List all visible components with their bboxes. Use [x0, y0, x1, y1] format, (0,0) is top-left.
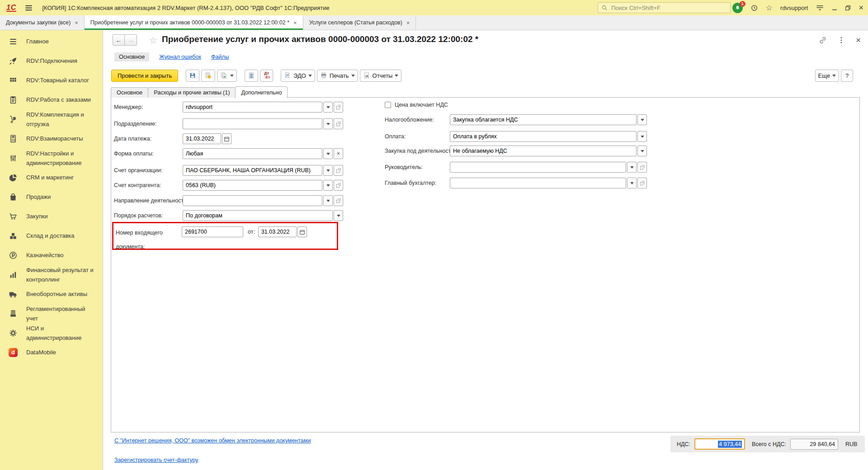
sidebar-item-main[interactable]: Главное [0, 32, 103, 51]
tab-purchase-documents[interactable]: Документы закупки (все) × [0, 15, 85, 30]
dt-kt-button[interactable]: ДтКт [260, 70, 273, 82]
post-and-close-button[interactable]: Провести и закрыть [111, 70, 178, 82]
back-button[interactable]: ← [113, 34, 125, 46]
restore-button[interactable] [845, 5, 851, 11]
payment-kind-input[interactable] [450, 131, 637, 142]
search-input[interactable] [610, 4, 727, 12]
sidebar-item-rdv-settings[interactable]: RDV:Настройки и администрирование [0, 148, 103, 168]
sidebar-item-sales[interactable]: Продажи [0, 187, 103, 207]
tab-current-document[interactable]: Приобретение услуг и прочих активов 0000… [85, 15, 303, 30]
tab-close-icon[interactable]: × [293, 19, 297, 26]
nav-main-chip[interactable]: Основное [114, 52, 149, 61]
price-includes-vat-checkbox[interactable] [385, 102, 391, 108]
calendar-icon[interactable] [297, 226, 307, 237]
sidebar-item-assets[interactable]: Внеоборотные активы [0, 284, 103, 304]
boxes-icon [0, 231, 26, 240]
sidebar-item-nsi-admin[interactable]: НСИ и администрирование [0, 323, 103, 343]
incoming-number-input[interactable] [182, 226, 243, 237]
open-button[interactable] [334, 118, 343, 129]
service-menu-icon[interactable] [816, 4, 824, 12]
dropdown-button[interactable] [323, 148, 333, 159]
sidebar-item-regulated[interactable]: Регламентированный учет [0, 304, 103, 323]
dropdown-button[interactable] [637, 131, 647, 142]
more-actions-icon[interactable]: ⋮ [838, 36, 845, 44]
open-button[interactable] [334, 165, 343, 176]
save-button[interactable] [186, 70, 199, 82]
head-input[interactable] [450, 162, 626, 173]
open-button[interactable] [637, 178, 647, 188]
open-button[interactable] [334, 180, 343, 191]
dropdown-button[interactable] [627, 178, 637, 188]
reports-button[interactable]: Отчеты [360, 70, 402, 82]
form-tab-additional[interactable]: Дополнительно [235, 86, 288, 98]
open-button[interactable] [334, 102, 343, 113]
dropdown-button[interactable] [334, 210, 343, 221]
payment-date-input[interactable] [183, 133, 221, 144]
clear-button[interactable]: × [334, 148, 343, 159]
post-document-button[interactable] [201, 70, 215, 82]
forward-button[interactable]: → [125, 34, 137, 46]
sidebar-item-rdv-shipping[interactable]: RDV:Комплектация и отгрузка [0, 109, 103, 129]
close-app-button[interactable]: × [859, 4, 863, 11]
dropdown-button[interactable] [637, 114, 647, 125]
main-menu-icon[interactable] [24, 4, 33, 12]
sidebar-item-treasury[interactable]: Казначейство [0, 245, 103, 265]
incoming-date-input[interactable] [258, 226, 297, 237]
journal-button[interactable] [245, 70, 258, 82]
current-username[interactable]: rdvsupport [780, 5, 808, 11]
settlement-order-input[interactable] [183, 210, 333, 221]
sidebar-item-crm[interactable]: CRM и маркетинг [0, 168, 103, 187]
purchase-activity-input[interactable] [450, 146, 637, 156]
dropdown-button[interactable] [323, 180, 333, 191]
calendar-icon[interactable] [222, 133, 231, 144]
department-input[interactable] [183, 118, 322, 129]
vat-input[interactable]: 4 973,44 [694, 438, 745, 450]
contractor-account-input[interactable] [183, 180, 322, 191]
dropdown-button[interactable] [323, 102, 333, 113]
form-tab-main[interactable]: Основное [111, 87, 148, 98]
sidebar-item-finance[interactable]: Финансовый результат и контроллинг [0, 265, 103, 284]
create-based-on-button[interactable] [217, 70, 237, 82]
minimize-button[interactable] [832, 5, 837, 10]
dropdown-button[interactable] [323, 165, 333, 176]
tab-close-icon[interactable]: × [406, 19, 410, 26]
more-button[interactable]: Еще [815, 70, 839, 82]
close-document-icon[interactable]: × [856, 37, 861, 44]
sidebar-item-purchases[interactable]: Закупки [0, 207, 103, 226]
sidebar-item-rdv-connections[interactable]: RDV:Подключения [0, 51, 103, 70]
pie-chart-icon [0, 173, 26, 182]
sidebar-item-rdv-orders[interactable]: RDV:Работа с заказами [0, 90, 103, 109]
sidebar-item-datamobile[interactable]: d DataMobile [0, 343, 103, 362]
get-link-icon[interactable] [819, 36, 827, 44]
sidebar-item-rdv-settlements[interactable]: RDV:Взаиморасчеты [0, 129, 103, 148]
form-tab-expenses[interactable]: Расходы и прочие активы (1) [148, 87, 236, 98]
tab-close-icon[interactable]: × [75, 19, 78, 26]
nav-files-link[interactable]: Файлы [211, 54, 229, 60]
edo-exchange-link[interactable]: С "Интернет решения, ООО" возможен обмен… [114, 437, 311, 444]
open-button[interactable] [637, 162, 647, 173]
chief-accountant-input[interactable] [450, 178, 626, 188]
dropdown-button[interactable] [323, 195, 333, 206]
payment-form-input[interactable] [183, 148, 322, 159]
help-button[interactable]: ? [841, 70, 853, 82]
org-account-input[interactable] [183, 165, 322, 176]
open-button[interactable] [334, 195, 343, 206]
dropdown-button[interactable] [323, 118, 333, 129]
edo-button[interactable]: ЭДО [281, 70, 315, 82]
sidebar-item-warehouse[interactable]: Склад и доставка [0, 226, 103, 245]
manager-input[interactable] [183, 102, 322, 113]
favorites-star-icon[interactable]: ☆ [766, 3, 773, 13]
print-button[interactable]: Печать [317, 70, 358, 82]
sidebar-item-rdv-catalog[interactable]: RDV:Товарный каталог [0, 70, 103, 90]
register-invoice-link[interactable]: Зарегистрировать счет-фактуру [114, 457, 198, 463]
dropdown-button[interactable] [627, 162, 637, 173]
nav-error-log-link[interactable]: Журнал ошибок [159, 54, 201, 60]
business-direction-input[interactable] [183, 195, 322, 206]
taxation-input[interactable] [450, 114, 637, 125]
history-icon[interactable] [750, 4, 758, 12]
tab-seller-services[interactable]: Услуги селлеров (Статья расходов) × [303, 15, 416, 30]
global-search[interactable] [598, 2, 731, 13]
notifications-bell-icon[interactable]: 1 [732, 3, 743, 13]
dropdown-button[interactable] [637, 146, 647, 156]
favorite-star-icon[interactable]: ☆ [149, 35, 157, 46]
